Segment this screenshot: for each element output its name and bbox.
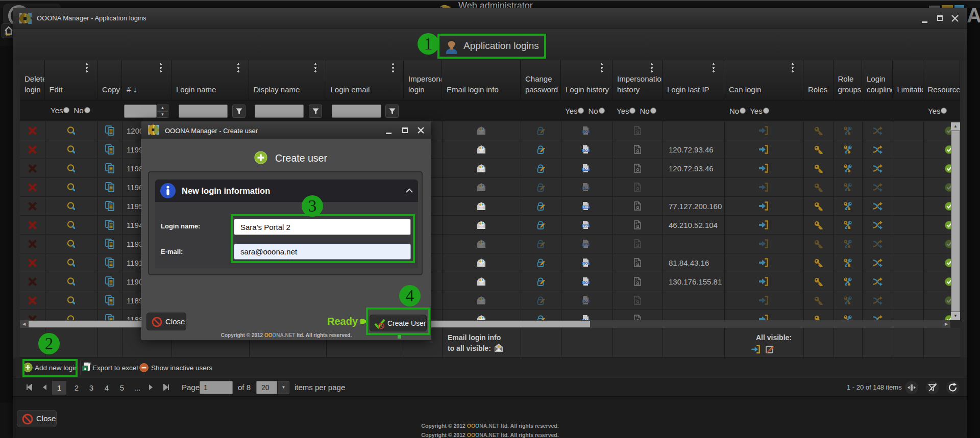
svg-text:LOG: LOG: [583, 263, 589, 265]
svg-text:LOG: LOG: [583, 149, 589, 152]
svg-text:LOG: LOG: [583, 168, 589, 171]
svg-text:LOG: LOG: [583, 206, 589, 209]
svg-text:LOG: LOG: [583, 187, 589, 190]
svg-text:LOG: LOG: [583, 225, 589, 227]
svg-text:LOG: LOG: [583, 244, 589, 246]
svg-text:LOG: LOG: [583, 131, 589, 133]
svg-text:LOG: LOG: [583, 281, 589, 284]
svg-text:x: x: [84, 366, 86, 371]
svg-text:LOG: LOG: [583, 300, 589, 303]
